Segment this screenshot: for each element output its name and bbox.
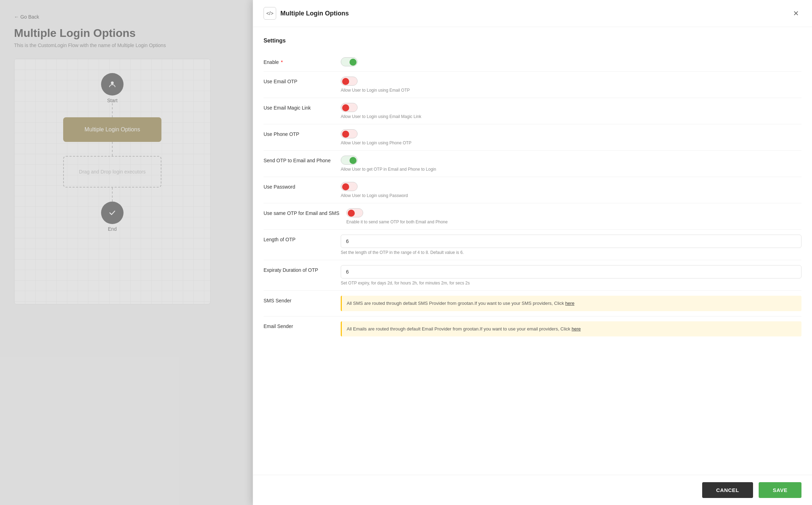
same-otp-right: Enable it to send same OTP for both Emai… — [346, 208, 801, 224]
email-sender-right: All Emails are routed through default Em… — [341, 321, 801, 337]
panel-header: </> Multiple Login Options ✕ — [253, 0, 812, 27]
enable-toggle[interactable] — [341, 57, 358, 66]
setting-send-otp: Send OTP to Email and Phone Allow User t… — [264, 151, 801, 177]
length-otp-help: Set the length of the OTP in the range o… — [341, 250, 801, 255]
setting-email-magic-link: Use Email Magic Link Allow User to Login… — [264, 98, 801, 124]
setting-email-sender: Email Sender All Emails are routed throu… — [264, 316, 801, 342]
code-icon: </> — [264, 7, 276, 20]
email-otp-help: Allow User to Login using Email OTP — [341, 88, 801, 93]
setting-phone-otp: Use Phone OTP Allow User to Login using … — [264, 124, 801, 151]
length-otp-label: Length of OTP — [264, 235, 334, 242]
same-otp-toggle[interactable] — [346, 208, 363, 217]
send-otp-toggle[interactable] — [341, 156, 358, 165]
expiry-otp-input[interactable] — [341, 265, 801, 278]
settings-panel: </> Multiple Login Options ✕ Settings En… — [253, 0, 812, 505]
email-info-text: All Emails are routed through default Em… — [347, 326, 570, 332]
phone-otp-right: Allow User to Login using Phone OTP — [341, 129, 801, 145]
sms-sender-label: SMS Sender — [264, 296, 334, 303]
required-marker: * — [281, 59, 282, 65]
setting-email-otp: Use Email OTP Allow User to Login using … — [264, 72, 801, 98]
setting-same-otp: Use same OTP for Email and SMS Enable it… — [264, 203, 801, 230]
send-otp-label: Send OTP to Email and Phone — [264, 156, 334, 163]
phone-otp-help: Allow User to Login using Phone OTP — [341, 140, 801, 145]
same-otp-help: Enable it to send same OTP for both Emai… — [346, 219, 801, 224]
sms-info-box: All SMS are routed through default SMS P… — [341, 296, 801, 311]
panel-footer: CANCEL SAVE — [253, 475, 812, 505]
panel-body: Settings Enable * Use Email OTP — [253, 27, 812, 475]
enable-right — [341, 57, 801, 66]
left-panel: ← Go Back Multiple Login Options This is… — [0, 0, 253, 505]
password-help: Allow User to Login using Password — [341, 193, 801, 198]
panel-title: Multiple Login Options — [280, 10, 349, 17]
setting-password: Use Password Allow User to Login using P… — [264, 177, 801, 203]
setting-expiry-otp: Expiraty Duration of OTP Set OTP expiry,… — [264, 260, 801, 291]
password-toggle[interactable] — [341, 182, 358, 191]
email-otp-toggle[interactable] — [341, 77, 358, 86]
sms-info-text: All SMS are routed through default SMS P… — [347, 301, 564, 306]
email-magic-link-help: Allow User to Login using Email Magic Li… — [341, 114, 801, 119]
email-magic-link-right: Allow User to Login using Email Magic Li… — [341, 103, 801, 119]
email-otp-right: Allow User to Login using Email OTP — [341, 77, 801, 93]
phone-otp-toggle[interactable] — [341, 129, 358, 138]
sms-info-link[interactable]: here — [565, 301, 574, 306]
email-magic-link-label: Use Email Magic Link — [264, 103, 334, 111]
email-sender-label: Email Sender — [264, 321, 334, 329]
email-info-box: All Emails are routed through default Em… — [341, 321, 801, 337]
password-right: Allow User to Login using Password — [341, 182, 801, 198]
settings-heading: Settings — [264, 38, 801, 44]
send-otp-help: Allow User to get OTP in Email and Phone… — [341, 167, 801, 172]
length-otp-input[interactable] — [341, 235, 801, 248]
overlay — [0, 0, 253, 505]
password-label: Use Password — [264, 182, 334, 190]
setting-enable: Enable * — [264, 52, 801, 72]
setting-length-otp: Length of OTP Set the length of the OTP … — [264, 230, 801, 260]
expiry-otp-label: Expiraty Duration of OTP — [264, 265, 334, 273]
phone-otp-label: Use Phone OTP — [264, 129, 334, 137]
email-magic-link-toggle[interactable] — [341, 103, 358, 112]
enable-label: Enable * — [264, 57, 334, 65]
send-otp-right: Allow User to get OTP in Email and Phone… — [341, 156, 801, 172]
email-otp-label: Use Email OTP — [264, 77, 334, 84]
cancel-button[interactable]: CANCEL — [702, 482, 753, 498]
setting-sms-sender: SMS Sender All SMS are routed through de… — [264, 291, 801, 316]
email-info-link[interactable]: here — [572, 326, 581, 332]
length-otp-right: Set the length of the OTP in the range o… — [341, 235, 801, 255]
close-button[interactable]: ✕ — [790, 8, 801, 19]
panel-header-left: </> Multiple Login Options — [264, 7, 349, 20]
sms-sender-right: All SMS are routed through default SMS P… — [341, 296, 801, 311]
expiry-otp-help: Set OTP expiry, for days 2d, for hours 2… — [341, 281, 801, 286]
save-button[interactable]: SAVE — [759, 482, 801, 498]
expiry-otp-right: Set OTP expiry, for days 2d, for hours 2… — [341, 265, 801, 286]
same-otp-label: Use same OTP for Email and SMS — [264, 208, 339, 216]
